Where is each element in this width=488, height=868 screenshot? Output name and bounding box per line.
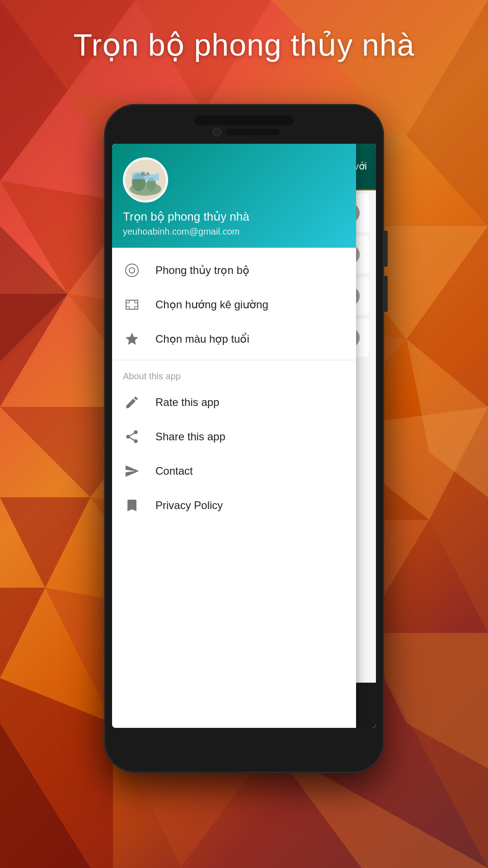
contact-icon [123, 462, 141, 480]
menu-label-mau-hop-tuoi: Chọn màu hợp tuổi [155, 333, 249, 345]
volume-down-button[interactable] [384, 276, 388, 312]
menu-label-contact: Contact [155, 465, 193, 477]
section-about-label: About this app [112, 364, 356, 385]
phong-thuy-icon [123, 261, 141, 279]
menu-item-mau-hop-tuoi[interactable]: Chọn màu hợp tuổi [112, 322, 356, 356]
menu-item-privacy[interactable]: Privacy Policy [112, 488, 356, 523]
page-title: Trọn bộ phong thủy nhà [0, 27, 488, 63]
share-icon [123, 428, 141, 446]
phone-camera [212, 127, 221, 137]
mau-hop-tuoi-icon [123, 330, 141, 348]
drawer-app-name: Trọn bộ phong thủy nhà [123, 210, 345, 224]
drawer-email: yeuhoabinh.com@gmail.com [123, 226, 345, 237]
avatar-image: 風水 [125, 160, 166, 200]
drawer-menu: Phong thủy trọn bộ Chọn hư [112, 248, 356, 528]
menu-label-share: Share this app [155, 430, 225, 443]
menu-label-huong-ke-giuong: Chọn hướng kê giường [155, 298, 268, 311]
drawer-header: 風水 Trọn bộ phong thủy nhà yeuhoabinh.com… [112, 144, 356, 248]
menu-item-share[interactable]: Share this app [112, 420, 356, 454]
menu-item-phong-thuy[interactable]: Phong thủy trọn bộ [112, 253, 356, 288]
rate-icon [123, 393, 141, 411]
svg-rect-50 [126, 300, 138, 309]
menu-label-rate: Rate this app [155, 396, 219, 409]
svg-text:風水: 風水 [141, 171, 150, 176]
svg-point-49 [129, 268, 135, 273]
svg-marker-17 [0, 497, 90, 588]
huong-ke-giuong-icon [123, 296, 141, 314]
phone-top-bar [194, 115, 294, 125]
svg-point-48 [126, 264, 138, 277]
svg-marker-21 [0, 588, 45, 678]
phone-screen: 9:26 [112, 144, 376, 728]
menu-item-rate[interactable]: Rate this app [112, 385, 356, 420]
phone-speaker [226, 129, 280, 135]
navigation-drawer: 風水 Trọn bộ phong thủy nhà yeuhoabinh.com… [112, 144, 356, 728]
menu-divider [112, 360, 356, 360]
volume-up-button[interactable] [384, 231, 388, 267]
phone-frame: 9:26 [104, 104, 384, 773]
menu-label-privacy: Privacy Policy [155, 499, 223, 512]
menu-label-phong-thuy: Phong thủy trọn bộ [155, 264, 249, 277]
menu-item-huong-ke-giuong[interactable]: Chọn hướng kê giường [112, 288, 356, 322]
menu-item-contact[interactable]: Contact [112, 454, 356, 488]
privacy-icon [123, 496, 141, 514]
avatar: 風水 [123, 157, 168, 203]
